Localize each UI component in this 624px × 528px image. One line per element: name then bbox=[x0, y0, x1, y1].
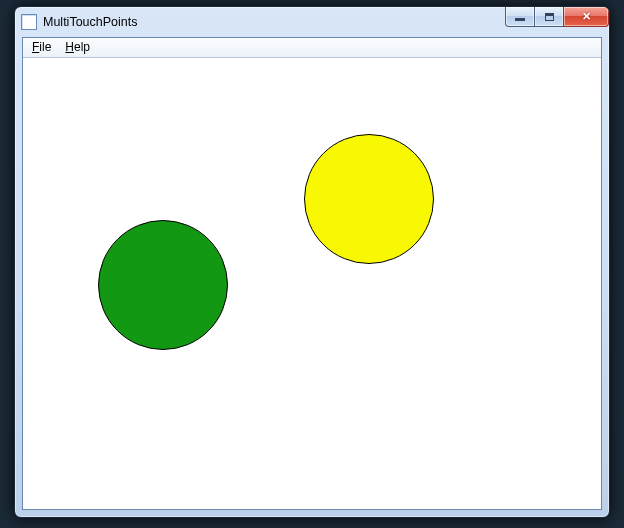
menu-label-rest: elp bbox=[74, 40, 90, 54]
menu-mnemonic: H bbox=[65, 40, 74, 54]
touch-point[interactable] bbox=[304, 134, 434, 264]
minimize-button[interactable] bbox=[505, 7, 535, 27]
menu-bar: File Help bbox=[23, 38, 601, 58]
minimize-icon bbox=[515, 18, 525, 21]
menu-file[interactable]: File bbox=[25, 39, 58, 56]
maximize-button[interactable] bbox=[534, 7, 564, 27]
menu-label-rest: ile bbox=[39, 40, 51, 54]
maximize-icon bbox=[545, 13, 554, 21]
title-bar[interactable]: MultiTouchPoints ✕ bbox=[15, 7, 609, 37]
app-window: MultiTouchPoints ✕ File Help bbox=[14, 6, 610, 518]
menu-help[interactable]: Help bbox=[58, 39, 97, 56]
close-button[interactable]: ✕ bbox=[563, 7, 609, 27]
close-icon: ✕ bbox=[582, 11, 591, 22]
caption-buttons: ✕ bbox=[506, 7, 609, 27]
touch-canvas[interactable] bbox=[23, 59, 601, 509]
window-title: MultiTouchPoints bbox=[43, 15, 138, 29]
touch-point[interactable] bbox=[98, 220, 228, 350]
app-icon bbox=[21, 14, 37, 30]
client-area: File Help bbox=[22, 37, 602, 510]
